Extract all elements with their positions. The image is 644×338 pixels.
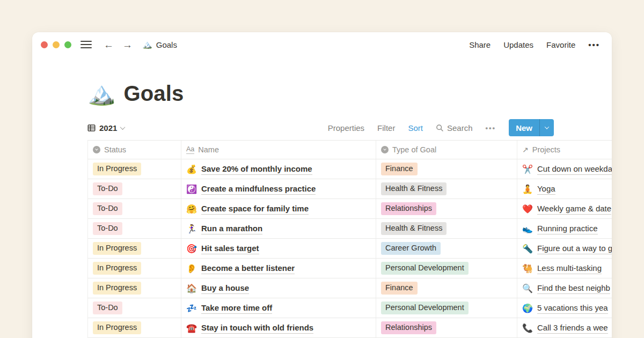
status-cell[interactable]: In Progress <box>88 278 181 298</box>
close-window-button[interactable] <box>41 41 48 48</box>
status-badge[interactable]: In Progress <box>93 262 141 275</box>
name-cell[interactable]: ☯️Create a mindfulness practice <box>181 179 376 199</box>
type-badge[interactable]: Career Growth <box>381 242 441 255</box>
status-badge[interactable]: In Progress <box>93 282 141 295</box>
status-cell[interactable]: To-Do <box>88 199 181 218</box>
status-badge[interactable]: To-Do <box>93 182 122 195</box>
view-switcher[interactable]: 2021 <box>87 123 125 133</box>
status-badge[interactable]: To-Do <box>93 222 122 235</box>
type-of-goal-cell[interactable]: Health & Fitness <box>376 219 517 238</box>
view-options-button[interactable]: ••• <box>486 124 496 132</box>
type-of-goal-cell[interactable]: Career Growth <box>376 239 517 258</box>
project-page-link[interactable]: Cut down on weekda <box>537 163 612 175</box>
table-row[interactable]: In Progress🎯Hit sales targetCareer Growt… <box>88 239 612 259</box>
properties-button[interactable]: Properties <box>328 123 364 133</box>
name-cell[interactable]: 🎯Hit sales target <box>181 239 376 258</box>
zoom-window-button[interactable] <box>64 41 71 48</box>
status-badge[interactable]: In Progress <box>93 321 141 334</box>
table-row[interactable]: To-Do🏃‍♀️Run a marathonHealth & Fitness👟… <box>88 219 612 239</box>
status-cell[interactable]: To-Do <box>88 219 181 238</box>
project-page-link[interactable]: Call 3 friends a wee <box>537 322 608 334</box>
type-of-goal-cell[interactable]: Health & Fitness <box>376 179 517 199</box>
table-row[interactable]: In Progress👂Become a better listenerPers… <box>88 259 612 278</box>
sort-button[interactable]: Sort <box>408 123 423 133</box>
projects-cell[interactable]: 🧘Yoga <box>517 179 612 199</box>
name-cell[interactable]: 🤗Create space for family time <box>181 199 376 218</box>
projects-cell[interactable]: 🌍5 vacations this yea <box>517 298 612 318</box>
name-cell[interactable]: 🏃‍♀️Run a marathon <box>181 219 376 238</box>
favorite-button[interactable]: Favorite <box>546 40 575 49</box>
type-badge[interactable]: Personal Development <box>381 302 469 314</box>
status-cell[interactable]: In Progress <box>88 259 181 278</box>
new-button[interactable]: New <box>509 119 539 136</box>
search-button[interactable]: Search <box>436 123 473 133</box>
project-page-link[interactable]: Weekly game & date <box>537 203 611 215</box>
updates-button[interactable]: Updates <box>503 40 533 49</box>
column-header-projects[interactable]: ↗ Projects <box>517 141 612 159</box>
type-of-goal-cell[interactable]: Relationships <box>376 199 517 218</box>
type-of-goal-cell[interactable]: Personal Development <box>376 259 517 278</box>
type-of-goal-cell[interactable]: Finance <box>376 278 517 298</box>
sidebar-toggle-icon[interactable] <box>80 39 92 50</box>
column-header-name[interactable]: Aa Name <box>181 141 376 159</box>
table-row[interactable]: In Progress💰Save 20% of monthly incomeFi… <box>88 159 612 179</box>
goal-page-link[interactable]: Create a mindfulness practice <box>201 183 316 195</box>
table-row[interactable]: To-Do☯️Create a mindfulness practiceHeal… <box>88 179 612 199</box>
type-badge[interactable]: Finance <box>381 163 418 175</box>
filter-button[interactable]: Filter <box>377 123 395 133</box>
goal-page-link[interactable]: Stay in touch with old friends <box>201 322 313 334</box>
name-cell[interactable]: 💤Take more time off <box>181 298 376 318</box>
breadcrumb[interactable]: 🏔️ Goals <box>142 40 177 49</box>
project-page-link[interactable]: Yoga <box>537 183 555 195</box>
project-page-link[interactable]: Running practice <box>537 223 598 235</box>
projects-cell[interactable]: ✂️Cut down on weekda <box>517 159 612 179</box>
goal-page-link[interactable]: Save 20% of monthly income <box>201 163 312 175</box>
type-badge[interactable]: Relationships <box>381 321 436 334</box>
status-badge[interactable]: In Progress <box>93 242 141 255</box>
type-of-goal-cell[interactable]: Personal Development <box>376 298 517 318</box>
type-of-goal-cell[interactable]: Finance <box>376 159 517 179</box>
share-button[interactable]: Share <box>469 40 491 49</box>
status-badge[interactable]: To-Do <box>93 302 122 314</box>
type-badge[interactable]: Health & Fitness <box>381 182 447 195</box>
type-badge[interactable]: Health & Fitness <box>381 222 447 235</box>
project-page-link[interactable]: Figure out a way to g <box>537 243 612 255</box>
status-cell[interactable]: In Progress <box>88 239 181 258</box>
type-badge[interactable]: Finance <box>381 282 418 295</box>
goal-page-link[interactable]: Take more time off <box>201 302 272 314</box>
goal-page-link[interactable]: Create space for family time <box>201 203 309 215</box>
status-cell[interactable]: To-Do <box>88 179 181 199</box>
forward-arrow-icon[interactable]: → <box>122 40 133 50</box>
status-cell[interactable]: In Progress <box>88 159 181 179</box>
project-page-link[interactable]: Less multi-tasking <box>537 262 602 275</box>
column-header-type-of-goal[interactable]: Type of Goal <box>376 141 517 159</box>
table-row[interactable]: To-Do💤Take more time offPersonal Develop… <box>88 298 612 318</box>
new-dropdown-button[interactable] <box>540 119 554 136</box>
status-cell[interactable]: To-Do <box>88 298 181 318</box>
name-cell[interactable]: 💰Save 20% of monthly income <box>181 159 376 179</box>
projects-cell[interactable]: 📞Call 3 friends a wee <box>517 318 612 337</box>
table-row[interactable]: In Progress☎️Stay in touch with old frie… <box>88 318 612 338</box>
type-of-goal-cell[interactable]: Relationships <box>376 318 517 337</box>
type-badge[interactable]: Personal Development <box>381 262 469 275</box>
name-cell[interactable]: 🏠Buy a house <box>181 278 376 298</box>
name-cell[interactable]: ☎️Stay in touch with old friends <box>181 318 376 337</box>
projects-cell[interactable]: 👟Running practice <box>517 219 612 238</box>
back-arrow-icon[interactable]: ← <box>104 40 114 50</box>
project-page-link[interactable]: Find the best neighb <box>537 282 610 295</box>
column-header-status[interactable]: Status <box>88 141 181 159</box>
table-row[interactable]: In Progress🏠Buy a houseFinance🔍Find the … <box>88 278 612 298</box>
table-row[interactable]: To-Do🤗Create space for family timeRelati… <box>88 199 612 219</box>
name-cell[interactable]: 👂Become a better listener <box>181 259 376 278</box>
goal-page-link[interactable]: Buy a house <box>201 282 249 295</box>
projects-cell[interactable]: 🐫Less multi-tasking <box>517 259 612 278</box>
goal-page-link[interactable]: Become a better listener <box>201 262 295 275</box>
goal-page-link[interactable]: Hit sales target <box>201 243 259 255</box>
projects-cell[interactable]: 🔍Find the best neighb <box>517 278 612 298</box>
type-badge[interactable]: Relationships <box>381 202 436 215</box>
status-badge[interactable]: To-Do <box>93 202 122 215</box>
status-cell[interactable]: In Progress <box>88 318 181 337</box>
status-badge[interactable]: In Progress <box>93 163 141 175</box>
minimize-window-button[interactable] <box>53 41 60 48</box>
more-menu-button[interactable]: ••• <box>588 40 600 49</box>
